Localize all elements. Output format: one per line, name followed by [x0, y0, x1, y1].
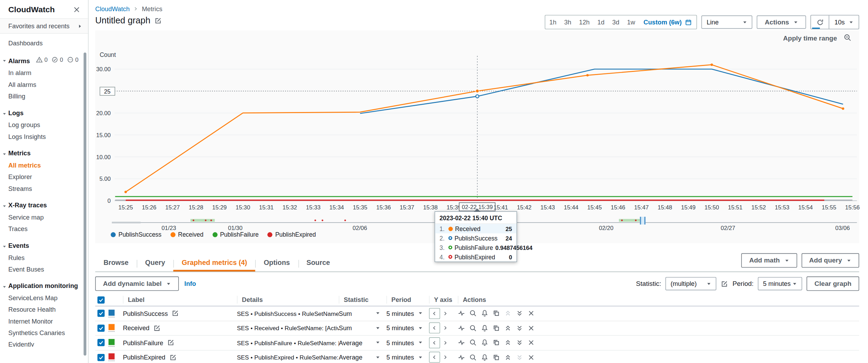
- duplicate-icon[interactable]: [493, 339, 500, 347]
- metric-color-swatch[interactable]: [109, 354, 115, 361]
- move-up-icon[interactable]: [504, 354, 512, 361]
- create-alarm-icon[interactable]: [481, 354, 489, 361]
- period-dropdown[interactable]: 5 minutes: [386, 339, 429, 346]
- sidebar-section-events[interactable]: Events: [0, 239, 88, 252]
- clear-graph-button[interactable]: Clear graph: [807, 276, 859, 291]
- select-all-checkbox[interactable]: [97, 296, 105, 303]
- breadcrumb-cloudwatch-link[interactable]: CloudWatch: [95, 6, 130, 12]
- sidebar-section-alarms[interactable]: Alarms 0 0 0: [0, 54, 88, 67]
- sidebar-item-internet-monitor[interactable]: Internet Monitor: [0, 315, 88, 327]
- sidebar-section-xray[interactable]: X-Ray traces: [0, 199, 88, 211]
- y-axis-right-button[interactable]: [442, 340, 448, 346]
- duplicate-icon[interactable]: [493, 354, 500, 361]
- graph-metric-icon[interactable]: [458, 310, 465, 317]
- metric-color-swatch[interactable]: [109, 339, 115, 347]
- chart-type-select[interactable]: Line: [702, 15, 753, 29]
- sidebar-item-synthetics-canaries[interactable]: Synthetics Canaries: [0, 327, 88, 338]
- range-3d[interactable]: 3d: [608, 19, 623, 25]
- remove-icon[interactable]: [528, 325, 535, 332]
- sidebar-item-in-alarm[interactable]: In alarm: [0, 67, 88, 79]
- info-link[interactable]: Info: [185, 280, 196, 287]
- move-up-icon[interactable]: [504, 339, 512, 347]
- sidebar-item-service-map[interactable]: Service map: [0, 211, 88, 223]
- move-down-icon[interactable]: [516, 339, 523, 347]
- search-icon[interactable]: [469, 325, 477, 332]
- legend-item[interactable]: Received: [170, 231, 203, 238]
- sidebar-scrollbar[interactable]: [84, 52, 86, 355]
- y-axis-left-button[interactable]: [429, 323, 440, 334]
- sidebar-item-evidently[interactable]: Evidently: [0, 339, 88, 347]
- add-query-button[interactable]: Add query: [801, 253, 859, 268]
- search-icon[interactable]: [469, 339, 477, 347]
- edit-icon[interactable]: [172, 310, 179, 317]
- sidebar-item-billing[interactable]: Billing: [0, 90, 88, 102]
- sidebar-item-all-metrics[interactable]: All metrics: [0, 159, 88, 171]
- y-axis-right-button[interactable]: [442, 325, 448, 331]
- sidebar-item-rules[interactable]: Rules: [0, 252, 88, 263]
- add-math-button[interactable]: Add math: [742, 253, 797, 268]
- graph-metric-icon[interactable]: [458, 354, 465, 361]
- metric-details[interactable]: SES • PublishSuccess • RuleSetName: [Act…: [237, 310, 339, 317]
- y-annotation-label[interactable]: 25: [100, 87, 115, 96]
- range-3h[interactable]: 3h: [560, 19, 575, 25]
- actions-button[interactable]: Actions: [757, 15, 806, 29]
- tab-browse[interactable]: Browse: [95, 254, 137, 272]
- period-select[interactable]: 5 minutes: [758, 277, 802, 290]
- sidebar-item-servicelens-map[interactable]: ServiceLens Map: [0, 292, 88, 303]
- legend-item[interactable]: PublishSuccess: [111, 231, 161, 238]
- metric-label[interactable]: PublishFailure: [123, 339, 163, 346]
- row-checkbox[interactable]: [97, 354, 105, 361]
- sidebar-item-resource-health[interactable]: Resource Health: [0, 304, 88, 315]
- period-dropdown[interactable]: 5 minutes: [386, 325, 429, 331]
- edit-icon[interactable]: [169, 354, 176, 361]
- duplicate-icon[interactable]: [493, 310, 500, 317]
- row-checkbox[interactable]: [97, 325, 105, 332]
- sidebar-section-logs[interactable]: Logs: [0, 107, 88, 119]
- tab-graphed-metrics[interactable]: Graphed metrics (4): [173, 254, 255, 272]
- remove-icon[interactable]: [528, 310, 535, 317]
- sidebar-section-metrics[interactable]: Metrics: [0, 147, 88, 159]
- legend-item[interactable]: PublishExpired: [268, 231, 316, 238]
- range-12h[interactable]: 12h: [575, 19, 594, 25]
- create-alarm-icon[interactable]: [481, 325, 489, 332]
- refresh-button[interactable]: [811, 15, 829, 29]
- sidebar-item-log-groups[interactable]: Log groups: [0, 119, 88, 131]
- statistic-dropdown[interactable]: Average: [339, 354, 386, 361]
- remove-icon[interactable]: [528, 339, 535, 347]
- search-icon[interactable]: [469, 310, 477, 317]
- metric-label[interactable]: Received: [123, 325, 150, 331]
- y-axis-right-button[interactable]: [442, 355, 448, 360]
- sidebar-item-explorer[interactable]: Explorer: [0, 171, 88, 183]
- search-icon[interactable]: [469, 354, 477, 361]
- statistic-dropdown[interactable]: Sum: [339, 325, 386, 331]
- move-down-icon[interactable]: [516, 310, 523, 317]
- y-axis-right-button[interactable]: [442, 311, 448, 316]
- edit-icon[interactable]: [154, 17, 161, 24]
- tab-query[interactable]: Query: [137, 254, 174, 272]
- metric-details[interactable]: SES • PublishFailure • RuleSetName: [Act…: [237, 339, 339, 346]
- duplicate-icon[interactable]: [493, 325, 500, 332]
- metric-color-swatch[interactable]: [109, 310, 115, 317]
- period-dropdown[interactable]: 5 minutes: [386, 310, 429, 317]
- sidebar-item-traces[interactable]: Traces: [0, 223, 88, 234]
- graph-metric-icon[interactable]: [458, 339, 465, 347]
- legend-item[interactable]: PublishFailure: [212, 231, 259, 238]
- refresh-interval-select[interactable]: 10s: [829, 15, 859, 29]
- metric-details[interactable]: SES • Received • RuleSetName: [Active]: [237, 325, 339, 331]
- row-checkbox[interactable]: [97, 310, 105, 317]
- sidebar-item-all-alarms[interactable]: All alarms: [0, 79, 88, 90]
- edit-icon[interactable]: [153, 325, 161, 332]
- range-1d[interactable]: 1d: [593, 19, 608, 25]
- row-checkbox[interactable]: [97, 339, 105, 347]
- range-custom[interactable]: Custom (6w): [639, 18, 697, 26]
- remove-icon[interactable]: [528, 354, 535, 361]
- period-dropdown[interactable]: 5 minutes: [386, 354, 429, 361]
- statistic-select[interactable]: (multiple): [666, 277, 717, 290]
- move-down-icon[interactable]: [516, 325, 523, 332]
- tab-options[interactable]: Options: [255, 254, 298, 272]
- sidebar-item-event-buses[interactable]: Event Buses: [0, 263, 88, 275]
- statistic-dropdown[interactable]: Sum: [339, 310, 386, 317]
- metric-label[interactable]: PublishExpired: [123, 354, 166, 361]
- statistic-dropdown[interactable]: Average: [339, 339, 386, 346]
- create-alarm-icon[interactable]: [481, 310, 489, 317]
